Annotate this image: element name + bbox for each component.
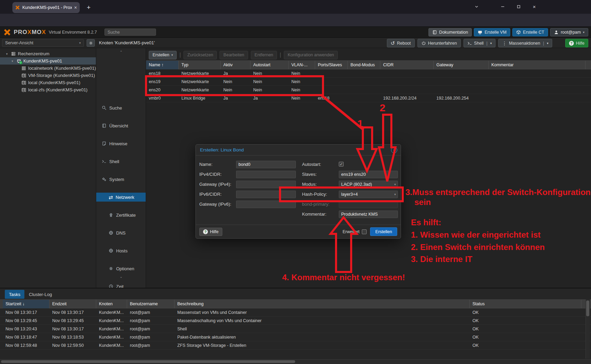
- pve-header: PROXMOX Virtual Environment 8.2.7 Suche …: [0, 27, 591, 38]
- action-button-reboot[interactable]: ↺Reboot: [387, 39, 415, 47]
- task-row[interactable]: Nov 08 12:59:48Nov 08 12:59:50KundenKM..…: [0, 341, 591, 350]
- menu-item-optionen[interactable]: Optionen: [96, 264, 146, 273]
- task-column-endzeit[interactable]: Endzeit: [49, 300, 96, 308]
- table-row-ens19[interactable]: ens19NetzwerkkarteNeinNeinNein: [146, 78, 591, 86]
- new-tab-button[interactable]: +: [84, 3, 93, 12]
- tab-close-icon[interactable]: ×: [74, 5, 77, 10]
- field-modus-[interactable]: LACP (802.3ad)▾: [339, 181, 398, 188]
- tasks-vertical-scrollbar-thumb[interactable]: [586, 300, 589, 316]
- storage-icon: [21, 80, 26, 85]
- action-button-hilfe[interactable]: ?Hilfe: [565, 39, 588, 47]
- column-header-typ[interactable]: Typ: [179, 61, 221, 69]
- tree-item-kundenkms-pve01[interactable]: ▾✓KundenKMS-pve01: [0, 57, 96, 65]
- column-header-name[interactable]: Name ↑: [146, 61, 179, 69]
- task-column-status[interactable]: Status: [470, 300, 581, 308]
- window-close-button[interactable]: ×: [526, 0, 542, 13]
- question-icon: ?: [203, 229, 208, 234]
- menu-item-system[interactable]: System: [96, 175, 146, 184]
- book-icon: [432, 30, 437, 35]
- brand-subtitle: Virtual Environment 8.2.7: [49, 30, 97, 35]
- header-button-erstelle-ct[interactable]: Erstelle CT: [512, 28, 548, 36]
- menu-item-zertifikate[interactable]: Zertifikate: [96, 211, 146, 219]
- menu-item-label: Zertifikate: [116, 213, 136, 218]
- field-name-[interactable]: bond0: [236, 161, 296, 168]
- menu-item-dns[interactable]: DNS: [96, 228, 146, 237]
- menu-scroll-up-icon[interactable]: ⌃: [96, 50, 146, 54]
- task-row[interactable]: Nov 08 13:29:45Nov 08 13:29:45KundenKM..…: [0, 317, 591, 325]
- column-header-vlan[interactable]: VLAN-...: [289, 61, 315, 69]
- autostart-checkbox[interactable]: ✓: [339, 162, 344, 167]
- search-input[interactable]: Suche: [104, 29, 156, 36]
- task-cell: KundenKM...: [99, 308, 124, 317]
- menu-scroll-down-icon[interactable]: ⌄: [96, 275, 146, 278]
- table-row-vmbr0[interactable]: vmbr0Linux BridgeJaJaNeinens18192.168.20…: [146, 94, 591, 102]
- column-header-autostart[interactable]: Autostart: [250, 61, 289, 69]
- task-row[interactable]: Nov 08 13:18:47Nov 08 13:18:53KundenKM..…: [0, 333, 591, 341]
- task-column-benutzername[interactable]: Benutzername: [127, 300, 175, 308]
- chevron-down-icon[interactable]: ▾: [5, 52, 9, 56]
- cell-aktiv: Nein: [223, 78, 232, 86]
- table-row-ens18[interactable]: ens18NetzwerkkarteJaNeinNein: [146, 69, 591, 78]
- advanced-checkbox[interactable]: Erweitert: [343, 229, 367, 234]
- tree-item-rechenzentrum[interactable]: ▾Rechenzentrum: [0, 50, 96, 57]
- browser-tab[interactable]: KundenKMS-pve01 - Proxmox ×: [12, 2, 80, 13]
- window-minimize-button[interactable]: [495, 0, 511, 13]
- column-header-bond[interactable]: Bond-Modus: [348, 61, 380, 69]
- tab-tasks[interactable]: Tasks: [5, 290, 24, 299]
- task-column-beschreibung[interactable]: Beschreibung: [175, 300, 470, 308]
- column-header-gateway[interactable]: Gateway: [434, 61, 489, 69]
- field-gateway-ipv4-[interactable]: [236, 181, 296, 188]
- action-button-shell[interactable]: Shell|▾: [464, 39, 496, 47]
- field-kommentar-[interactable]: Produktivnetz KMS: [339, 211, 398, 218]
- menu-item-shell[interactable]: Shell: [96, 157, 146, 166]
- task-cell: Nov 08 13:30:17: [5, 308, 37, 317]
- task-row[interactable]: Nov 08 13:30:17Nov 08 13:30:17KundenKM..…: [0, 308, 591, 317]
- menu-item-netzwerk[interactable]: ⇄Netzwerk: [96, 193, 146, 202]
- menu-item-suche[interactable]: Suche: [96, 103, 146, 112]
- view-selector[interactable]: Server-Ansicht▾: [2, 39, 84, 47]
- chevron-down-icon[interactable]: ▾: [10, 59, 14, 63]
- field-slaves-[interactable]: ens19 ens20: [339, 171, 398, 178]
- task-column-knoten[interactable]: Knoten: [96, 300, 127, 308]
- header-buttons: DokumentationErstelle VMErstelle CTroot@…: [428, 28, 588, 36]
- dialog-close-icon[interactable]: ×: [391, 147, 397, 153]
- dialog-create-button[interactable]: Erstellen: [370, 227, 397, 236]
- header-button-erstelle-vm[interactable]: Erstelle VM: [474, 28, 510, 36]
- toolbar-button-erstellen[interactable]: Erstellen▾: [149, 51, 177, 59]
- dialog-help-button[interactable]: ?Hilfe: [199, 228, 222, 236]
- gear-icon[interactable]: [87, 39, 95, 47]
- tree-item-localnetwork[interactable]: localnetwork (KundenKMS-pve01): [0, 65, 96, 72]
- menu-item-hosts[interactable]: Hosts: [96, 246, 146, 255]
- header-button-root-pam[interactable]: root@pam▾: [550, 28, 588, 36]
- column-header-cidr[interactable]: CIDR: [380, 61, 434, 69]
- header-button-dokumentation[interactable]: Dokumentation: [428, 28, 472, 36]
- menu-item-label: Suche: [109, 105, 122, 111]
- tree-item-local-zfs[interactable]: local-zfs (KundenKMS-pve01): [0, 86, 96, 93]
- task-column-startzeit[interactable]: Startzeit ↓: [3, 300, 49, 308]
- tree-item-label: VM-Storage (KundenKMS-pve01): [28, 73, 95, 78]
- menu-item-zeit[interactable]: Zeit: [96, 282, 146, 288]
- horizontal-scrollbar-thumb[interactable]: [1, 360, 295, 363]
- tree-item-vm-storage[interactable]: VM-Storage (KundenKMS-pve01): [0, 72, 96, 79]
- column-header-ports[interactable]: Ports/Slaves: [315, 61, 348, 69]
- column-header-aktiv[interactable]: Aktiv: [221, 61, 250, 69]
- window-maximize-button[interactable]: [511, 0, 526, 13]
- task-row[interactable]: Nov 08 13:20:43Nov 08 13:30:17KundenKM..…: [0, 325, 591, 333]
- menu-item-hinweise[interactable]: Hinweise: [96, 139, 146, 148]
- tab-list-chevron-icon[interactable]: [469, 0, 484, 13]
- task-cell: OK: [472, 317, 479, 325]
- serverstack-icon: [11, 52, 16, 56]
- table-row-ens20[interactable]: ens20NetzwerkkarteNeinNeinNein: [146, 86, 591, 94]
- field-ipv6-cidr-[interactable]: [236, 191, 296, 198]
- field-gateway-ipv6-[interactable]: [236, 201, 296, 208]
- field-ipv4-cidr-[interactable]: [236, 171, 296, 178]
- task-cell: OK: [472, 333, 479, 341]
- tree-item-local[interactable]: local (KundenKMS-pve01): [0, 79, 96, 86]
- column-header-kommentar[interactable]: Kommentar: [489, 61, 586, 69]
- action-button-massenaktionen[interactable]: ⋮Massenaktionen|▾: [498, 39, 552, 47]
- menu-item--bersicht[interactable]: Übersicht: [96, 121, 146, 130]
- menu-item-label: Übersicht: [109, 123, 128, 128]
- field-hash-policy-[interactable]: layer3+4▾: [339, 191, 398, 198]
- tab-cluster-log[interactable]: Cluster-Log: [25, 290, 55, 299]
- action-button-herunterfahren[interactable]: Herunterfahren: [417, 39, 461, 47]
